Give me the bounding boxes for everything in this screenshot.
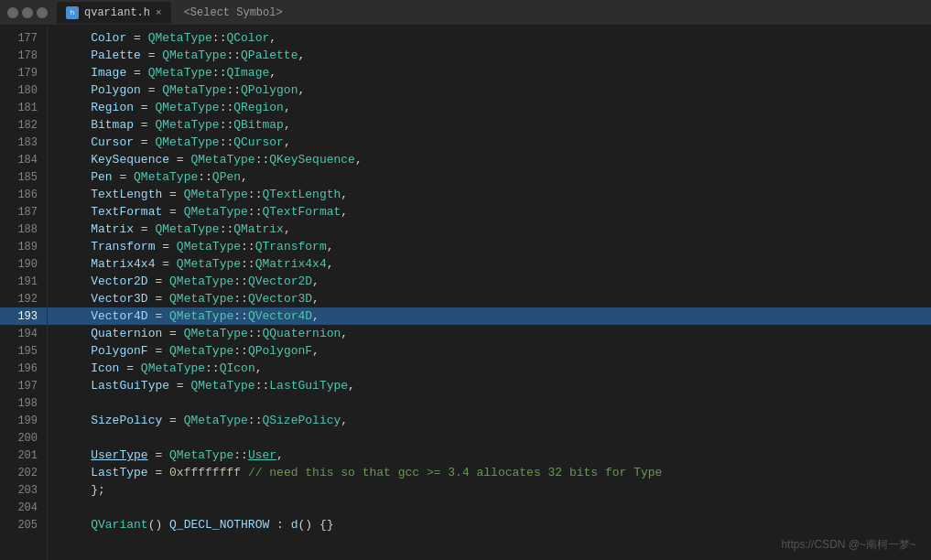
line-number: 188 <box>0 221 47 238</box>
code-line: Quaternion = QMetaType::QQuaternion, <box>48 325 931 342</box>
code-line: Vector3D = QMetaType::QVector3D, <box>48 290 931 307</box>
code-line: Bitmap = QMetaType::QBitmap, <box>48 116 931 134</box>
code-line: Palette = QMetaType::QPalette, <box>48 47 931 64</box>
line-number: 196 <box>0 360 47 377</box>
line-number: 191 <box>0 273 47 290</box>
line-number: 204 <box>0 499 47 516</box>
line-number: 177 <box>0 29 47 47</box>
line-number: 202 <box>0 464 47 481</box>
code-line: Transform = QMetaType::QTransform, <box>48 238 931 255</box>
line-numbers: 1771781791801811821831841851861871881891… <box>0 26 48 560</box>
code-line: Color = QMetaType::QColor, <box>48 29 931 47</box>
code-line: Image = QMetaType::QImage, <box>48 64 931 81</box>
editor-area: 1771781791801811821831841851861871881891… <box>0 26 931 560</box>
line-number: 183 <box>0 134 47 151</box>
tab-label: qvariant.h <box>84 6 150 19</box>
line-number: 203 <box>0 481 47 499</box>
code-line: LastType = 0xffffffff // need this so th… <box>48 464 931 481</box>
line-number: 189 <box>0 238 47 255</box>
code-line: TextFormat = QMetaType::QTextFormat, <box>48 203 931 221</box>
code-line: UserType = QMetaType::User, <box>48 447 931 464</box>
line-number: 194 <box>0 325 47 342</box>
tab-close-icon[interactable]: × <box>156 7 162 18</box>
code-line: Cursor = QMetaType::QCursor, <box>48 134 931 151</box>
line-number: 190 <box>0 255 47 273</box>
line-number: 199 <box>0 412 47 429</box>
line-number: 185 <box>0 168 47 186</box>
code-line: Vector4D = QMetaType::QVector4D, <box>48 307 931 325</box>
code-content[interactable]: Color = QMetaType::QColor, Palette = QMe… <box>48 26 931 560</box>
line-number: 195 <box>0 342 47 360</box>
code-line: }; <box>48 481 931 499</box>
line-number: 182 <box>0 116 47 134</box>
line-number: 205 <box>0 516 47 533</box>
title-bar: h qvariant.h × <Select Symbol> <box>0 0 931 26</box>
line-number: 197 <box>0 377 47 394</box>
code-line: TextLength = QMetaType::QTextLength, <box>48 186 931 203</box>
line-number: 184 <box>0 151 47 168</box>
code-line: Matrix = QMetaType::QMatrix, <box>48 221 931 238</box>
code-line: LastGuiType = QMetaType::LastGuiType, <box>48 377 931 394</box>
code-line: Region = QMetaType::QRegion, <box>48 99 931 116</box>
line-number: 178 <box>0 47 47 64</box>
line-number: 198 <box>0 394 47 412</box>
line-number: 186 <box>0 186 47 203</box>
code-line <box>48 499 931 516</box>
code-line: Matrix4x4 = QMetaType::QMatrix4x4, <box>48 255 931 273</box>
line-number: 187 <box>0 203 47 221</box>
code-line: Pen = QMetaType::QPen, <box>48 168 931 186</box>
tab-qvariant[interactable]: h qvariant.h × <box>57 2 171 24</box>
watermark: https://CSDN @~南柯一梦~ <box>781 537 916 553</box>
code-line: Polygon = QMetaType::QPolygon, <box>48 81 931 99</box>
line-number: 180 <box>0 81 47 99</box>
code-line <box>48 394 931 412</box>
line-number: 179 <box>0 64 47 81</box>
line-number: 200 <box>0 429 47 447</box>
code-line: PolygonF = QMetaType::QPolygonF, <box>48 342 931 360</box>
code-line <box>48 429 931 447</box>
code-line: Vector2D = QMetaType::QVector2D, <box>48 273 931 290</box>
tab-select-symbol[interactable]: <Select Symbol> <box>175 4 292 22</box>
line-number: 192 <box>0 290 47 307</box>
code-line: Icon = QMetaType::QIcon, <box>48 360 931 377</box>
line-number: 193 <box>0 307 47 325</box>
code-line: SizePolicy = QMetaType::QSizePolicy, <box>48 412 931 429</box>
tab-icon: h <box>66 6 79 19</box>
line-number: 181 <box>0 99 47 116</box>
line-number: 201 <box>0 447 47 464</box>
code-line: QVariant() Q_DECL_NOTHROW : d() {} <box>48 516 931 533</box>
code-line: KeySequence = QMetaType::QKeySequence, <box>48 151 931 168</box>
